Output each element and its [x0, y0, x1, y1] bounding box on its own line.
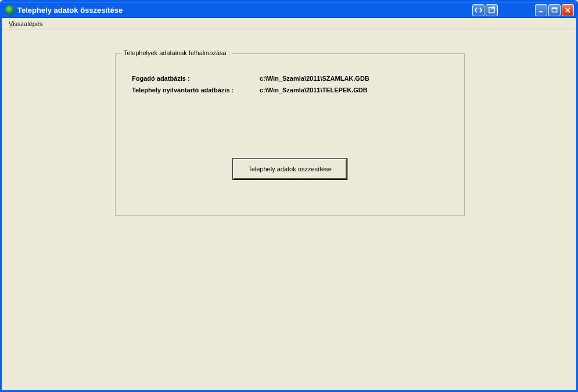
minimize-button[interactable]: [535, 4, 547, 16]
field-row-site-db: Telephely nyilvántartó adatbázis : c:\Wi…: [132, 87, 448, 93]
maximize-button[interactable]: [548, 4, 561, 16]
nav-left-right-button[interactable]: [472, 4, 484, 16]
group-legend: Telephelyek adatainak felhalmozása :: [121, 49, 232, 56]
summarize-button[interactable]: Telephely adatok öszzesítése: [233, 159, 347, 179]
external-button[interactable]: [486, 4, 498, 16]
receiver-db-label: Fogadó adatbázis :: [132, 75, 260, 82]
group-accumulation: Telephelyek adatainak felhalmozása : Fog…: [115, 53, 465, 216]
menu-back[interactable]: Visszalépés: [5, 19, 46, 28]
titlebar: Telephely adatok összesítése: [2, 2, 576, 18]
app-icon: [5, 5, 15, 15]
content-area: Telephelyek adatainak felhalmozása : Fog…: [2, 30, 576, 53]
window-title: Telephely adatok összesítése: [17, 6, 472, 15]
fields: Fogadó adatbázis : c:\Win_Szamla\2011\SZ…: [116, 54, 464, 119]
titlebar-controls: [472, 4, 574, 16]
close-button[interactable]: [562, 4, 574, 16]
site-db-label: Telephely nyilvántartó adatbázis :: [132, 87, 260, 93]
site-db-value: c:\Win_Szamla\2011\TELEPEK.GDB: [260, 87, 368, 93]
field-row-receiver-db: Fogadó adatbázis : c:\Win_Szamla\2011\SZ…: [132, 75, 448, 82]
menubar: Visszalépés: [2, 18, 576, 30]
app-window: Telephely adatok összesítése Visszalépés: [0, 0, 578, 392]
receiver-db-value: c:\Win_Szamla\2011\SZAMLAK.GDB: [260, 75, 369, 82]
